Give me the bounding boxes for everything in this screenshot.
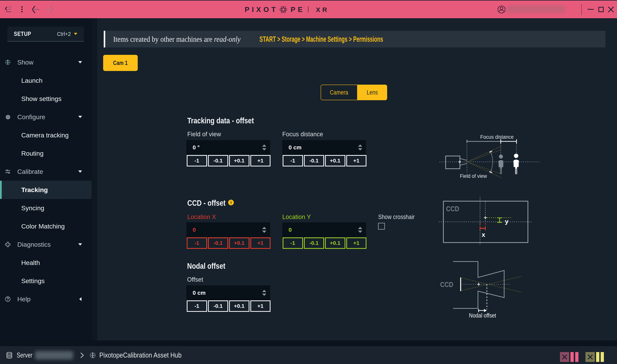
svg-text:CCD: CCD <box>446 205 459 213</box>
svg-text:Focus distance: Focus distance <box>480 134 514 140</box>
svg-text:x: x <box>482 231 485 238</box>
svg-text:Field of view: Field of view <box>460 173 487 179</box>
svg-text:Nodal offset: Nodal offset <box>469 312 496 319</box>
svg-text:CCD: CCD <box>440 281 453 288</box>
svg-text:y: y <box>505 218 508 225</box>
